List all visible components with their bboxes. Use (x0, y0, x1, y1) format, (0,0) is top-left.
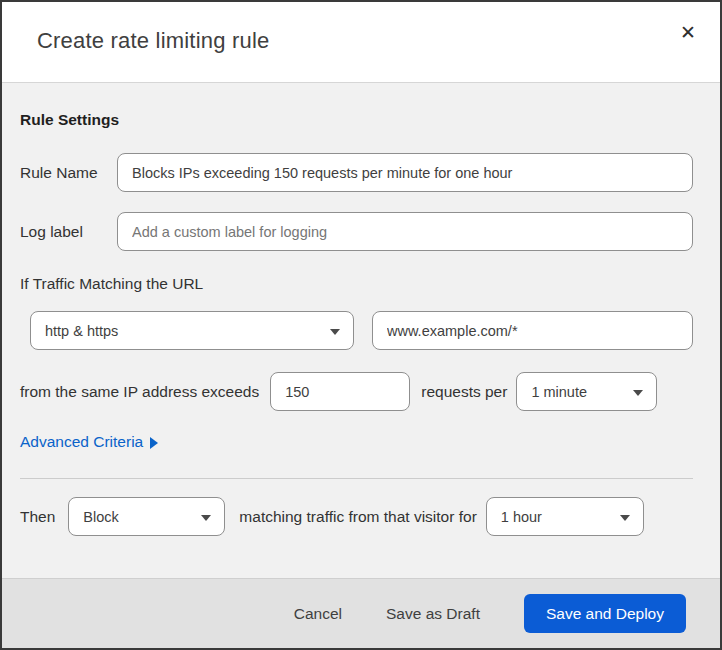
advanced-criteria-label: Advanced Criteria (20, 433, 143, 451)
scheme-select[interactable]: http & https (30, 311, 354, 350)
page-title: Create rate limiting rule (37, 28, 269, 54)
traffic-match-heading: If Traffic Matching the URL (20, 275, 693, 293)
action-select-value: Block (83, 509, 118, 525)
requests-per-text: requests per (421, 383, 507, 401)
log-label-input[interactable] (117, 212, 693, 251)
chevron-right-icon (150, 437, 158, 449)
close-icon[interactable]: ✕ (674, 18, 702, 46)
period-select[interactable]: 1 minute (516, 372, 657, 411)
chevron-down-icon (330, 329, 340, 335)
then-label: Then (20, 508, 55, 526)
rule-name-input[interactable] (117, 153, 693, 192)
rule-name-row: Rule Name (20, 153, 693, 192)
url-pattern-input[interactable] (372, 311, 693, 350)
save-and-deploy-button[interactable]: Save and Deploy (524, 594, 686, 633)
save-as-draft-button[interactable]: Save as Draft (386, 605, 480, 623)
dialog-footer: Cancel Save as Draft Save and Deploy (2, 578, 720, 648)
create-rate-limiting-rule-dialog: Create rate limiting rule ✕ Rule Setting… (0, 0, 722, 650)
rule-settings-heading: Rule Settings (20, 111, 693, 129)
duration-select[interactable]: 1 hour (486, 497, 644, 536)
period-select-value: 1 minute (531, 384, 587, 400)
log-label-row: Log label (20, 212, 693, 251)
dialog-header: Create rate limiting rule ✕ (2, 2, 720, 80)
threshold-prefix-text: from the same IP address exceeds (20, 383, 259, 401)
matching-traffic-text: matching traffic from that visitor for (239, 508, 476, 526)
chevron-down-icon (620, 515, 630, 521)
scheme-select-value: http & https (45, 323, 118, 339)
then-row: Then Block matching traffic from that vi… (20, 497, 693, 536)
chevron-down-icon (633, 390, 643, 396)
dialog-body: Rule Settings Rule Name Log label If Tra… (2, 82, 720, 578)
log-label-label: Log label (20, 223, 117, 241)
section-divider (20, 478, 693, 479)
cancel-button[interactable]: Cancel (294, 605, 342, 623)
duration-select-value: 1 hour (501, 509, 542, 525)
action-select[interactable]: Block (68, 497, 225, 536)
advanced-criteria-link[interactable]: Advanced Criteria (20, 433, 158, 451)
scheme-row: http & https (30, 311, 693, 350)
threshold-row: from the same IP address exceeds request… (20, 372, 693, 411)
chevron-down-icon (201, 515, 211, 521)
requests-count-input[interactable] (270, 372, 410, 411)
rule-name-label: Rule Name (20, 164, 117, 182)
